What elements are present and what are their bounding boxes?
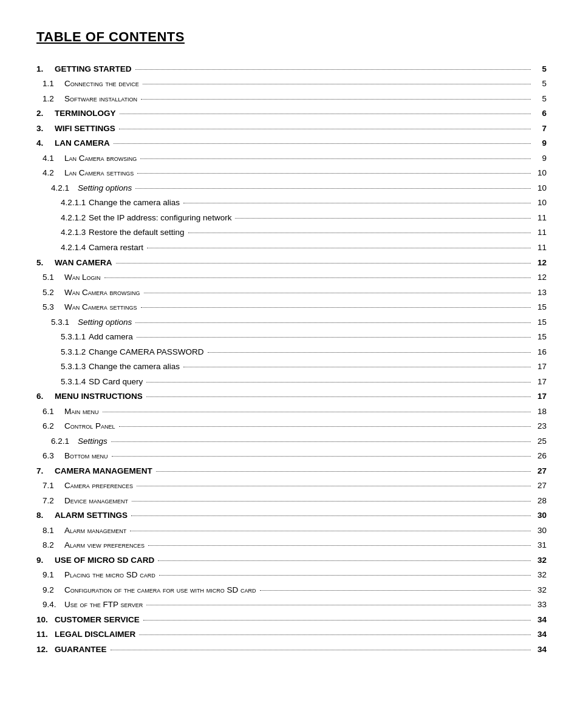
toc-fill <box>208 352 531 353</box>
toc-row: 6.MENU INSTRUCTIONS17 <box>36 389 547 404</box>
toc-row: 4.2.1.2Set the IP address: configuring n… <box>36 211 547 226</box>
toc-label: Change the camera alias <box>87 197 180 209</box>
toc-number: 5.2 <box>36 287 63 299</box>
toc-fill <box>188 233 531 233</box>
toc-number: 7.2 <box>36 495 63 508</box>
toc-label: Software installation <box>63 93 137 106</box>
toc-row: 9.1Placing the micro SD card32 <box>36 568 547 583</box>
toc-label: Add camera <box>87 331 133 344</box>
toc-number: 7.1 <box>36 480 63 492</box>
toc-page: 9 <box>534 152 547 165</box>
toc-row: 5.3.1Setting options15 <box>36 315 547 330</box>
toc-page: 17 <box>534 390 547 403</box>
toc-row: 7.2Device management28 <box>36 494 547 509</box>
toc-page: 12 <box>534 271 547 284</box>
toc-number: 5.1 <box>36 271 63 284</box>
toc-page: 32 <box>534 584 547 597</box>
toc-label: Wan Login <box>63 271 101 284</box>
toc-page: 33 <box>534 599 547 611</box>
toc-page: 15 <box>534 316 547 329</box>
toc-row: 11.LEGAL DISCLAIMER34 <box>36 628 547 643</box>
toc-row: 5.WAN CAMERA12 <box>36 256 547 271</box>
toc-label: Restore the default setting <box>87 226 185 239</box>
toc-page: 23 <box>534 420 547 433</box>
toc-fill <box>139 634 531 635</box>
toc-row: 1.1Connecting the device5 <box>36 77 547 92</box>
toc-page: 9 <box>534 137 547 150</box>
toc-row: 8.2Alarm view preferences31 <box>36 539 547 554</box>
toc-label: GUARANTEE <box>53 644 107 656</box>
toc-label: Control Panel <box>63 420 115 433</box>
toc-row: 5.1Wan Login12 <box>36 270 547 285</box>
toc-page: 32 <box>534 554 547 567</box>
toc-page: 11 <box>534 226 547 239</box>
toc-label: Bottom menu <box>63 450 108 463</box>
toc-row: 5.3.1.1Add camera15 <box>36 330 547 345</box>
toc-fill <box>158 560 531 561</box>
toc-number: 4.2.1 <box>36 182 77 195</box>
toc-page: 34 <box>534 644 547 656</box>
toc-number: 5.3 <box>36 301 63 314</box>
toc-fill <box>159 575 531 576</box>
toc-label: Set the IP address: configuring network <box>87 212 231 225</box>
toc-page: 10 <box>534 197 547 209</box>
toc-fill <box>130 531 531 531</box>
toc-number: 9.1 <box>36 569 63 582</box>
toc-label: Lan Camera browsing <box>63 152 137 165</box>
toc-page: 27 <box>534 465 547 478</box>
toc-fill <box>137 173 531 174</box>
toc-number: 4.2.1.2 <box>36 212 87 225</box>
toc-number: 5.3.1.3 <box>36 361 87 373</box>
toc-number: 4. <box>36 137 53 150</box>
toc-label: USE OF MICRO SD CARD <box>53 554 154 567</box>
toc-label: WIFI SETTINGS <box>53 123 115 135</box>
toc-page: 5 <box>534 78 547 90</box>
toc-label: LAN CAMERA <box>53 137 110 150</box>
toc-label: Alarm management <box>63 525 126 537</box>
toc-number: 1. <box>36 63 53 76</box>
toc-label: Setting options <box>77 316 132 329</box>
toc-row: 9.2Configuration of the camera for use w… <box>36 583 547 598</box>
toc-row: 5.2Wan Camera browsing13 <box>36 285 547 301</box>
toc-fill <box>135 69 531 70</box>
toc-fill <box>119 426 531 427</box>
toc-label: GETTING STARTED <box>53 63 132 76</box>
toc-label: Wan Camera browsing <box>63 287 140 299</box>
toc-number: 1.2 <box>36 93 63 106</box>
toc-fill <box>135 188 531 189</box>
toc-label: LEGAL DISCLAIMER <box>53 628 135 641</box>
toc-fill <box>104 277 531 278</box>
toc-number: 5. <box>36 257 53 270</box>
toc-label: Change CAMERA PASSWORD <box>87 346 204 359</box>
toc-fill <box>137 337 531 338</box>
toc-fill <box>143 84 531 84</box>
toc-fill <box>131 515 531 516</box>
toc-page: 11 <box>534 242 547 254</box>
toc-label: MENU INSTRUCTIONS <box>53 390 143 403</box>
toc-number: 6.2 <box>36 420 63 433</box>
toc-row: 5.3.1.3Change the camera alias17 <box>36 359 547 375</box>
toc-fill <box>137 486 531 486</box>
toc-row: 10.CUSTOMER SERVICE34 <box>36 613 547 628</box>
toc-number: 8.2 <box>36 539 63 552</box>
toc-page: 11 <box>534 212 547 225</box>
toc-fill <box>132 501 531 502</box>
toc-fill <box>112 456 531 457</box>
toc-number: 8. <box>36 509 53 522</box>
toc-number: 3. <box>36 123 53 135</box>
toc-number: 6.2.1 <box>36 435 77 448</box>
toc-number: 5.3.1.1 <box>36 331 87 344</box>
toc-number: 10. <box>36 614 53 627</box>
toc-row: 1.GETTING STARTED5 <box>36 62 547 77</box>
toc-fill <box>148 545 531 546</box>
toc-number: 4.2 <box>36 167 63 180</box>
toc-fill <box>235 218 531 219</box>
toc-page: 7 <box>534 123 547 135</box>
toc-fill <box>135 322 531 323</box>
toc-row: 4.2.1.4Camera restart11 <box>36 240 547 256</box>
toc-label: Settings <box>77 435 107 448</box>
toc-fill <box>147 248 531 248</box>
toc-number: 4.1 <box>36 152 63 165</box>
toc-row: 12.GUARANTEE34 <box>36 642 547 658</box>
toc-page: 30 <box>534 509 547 522</box>
